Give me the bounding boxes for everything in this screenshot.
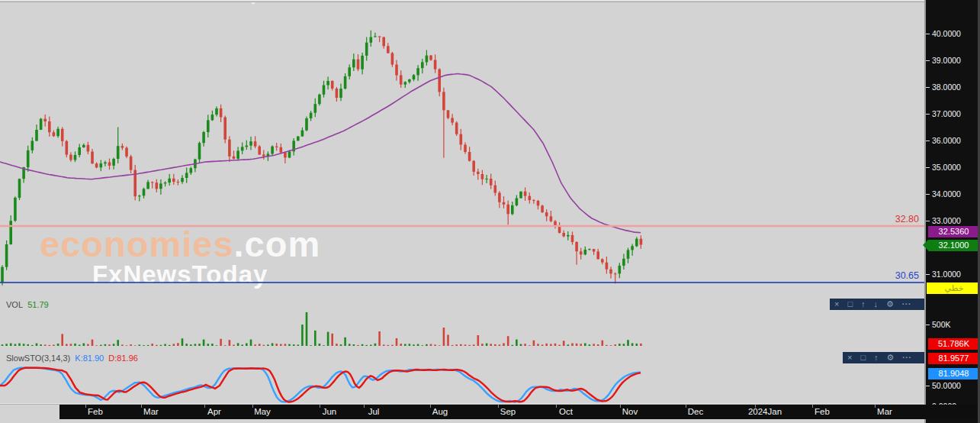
axis-tick [556,405,557,408]
axis-tick [926,274,930,275]
axis-tick [926,386,930,386]
price-pane[interactable]: economies.com FxNewsToday 32.8030.65 [0,0,924,296]
axis-tick [498,405,499,408]
axis-tick [812,405,813,408]
axis-price-label: 33.0000 [932,216,961,225]
close-icon[interactable]: × [847,352,852,363]
axis-month-label: Mar [877,407,892,416]
axis-month-label: Jun [323,407,337,416]
axis-tick [141,405,142,408]
move-up-icon[interactable]: ↑ [874,352,879,363]
axis-tick [252,405,253,408]
svg-text:30.65: 30.65 [895,270,919,281]
more-icon[interactable]: ▪▪▪ [902,299,911,310]
volume-bars-chart [0,299,924,350]
axis-tick [875,405,876,408]
svg-text:32.80: 32.80 [895,214,919,224]
axis-price-label: 31.0000 [932,270,961,279]
stochastic-pane[interactable]: SlowSTO(3,14,3) K:81.90 D:81.96 ×□↑⚙▪▪▪ [0,352,924,403]
axis-tick [926,60,930,61]
move-up-icon[interactable]: ↑ [861,299,866,310]
axis-tick [364,405,365,408]
axis-month-label: May [254,407,271,416]
pane-splitter[interactable] [0,0,924,2]
axis-month-label: Feb [815,407,830,416]
axis-tick [926,114,930,115]
volume-value-badge: 51.786K [928,338,979,350]
axis-tick [926,167,930,168]
axis-price-label: 34.0000 [932,189,961,199]
close-icon[interactable]: × [834,299,839,310]
axis-tick [620,405,621,408]
axis-month-label: Oct [559,407,573,416]
ma-value-badge: 32.5360 [928,226,979,237]
axis-tick [320,405,320,408]
badge-arrow-icon [923,240,928,250]
more-icon[interactable]: ▪▪▪ [902,352,911,363]
axis-month-label: Mar [143,407,159,416]
stochastic-pane-toolbar: ×□↑⚙▪▪▪ [843,352,924,363]
axis-month-label: Feb [88,407,103,416]
axis-price-label: 40.0000 [932,29,961,38]
axis-price-label: 500K [932,320,951,329]
axis-tick [926,140,930,141]
time-axis[interactable]: FebMarAprMayJunJulAugSepOctNovDec2024Jan… [59,405,980,419]
axis-month-label: Jul [368,407,380,416]
trading-chart-window: economies.com FxNewsToday 32.8030.65 VOL… [0,0,980,423]
axis-tick [85,405,86,408]
axis-tick [926,325,930,325]
axis-tick [926,87,930,88]
volume-pane[interactable]: VOL 51.79 ×□↑↓⚙▪▪▪ [0,299,924,350]
axis-price-label: 36.0000 [932,136,961,145]
scale-type-badge: خطي [927,283,980,294]
candlestick-chart[interactable]: 32.8030.65 [0,0,924,296]
last-price-badge: 32.1000 [928,240,979,251]
price-axis[interactable]: 40.000039.000038.000037.000036.000035.00… [924,0,980,423]
sto-d-badge: 81.9577 [928,353,979,364]
stochastic-lines-chart [0,352,924,403]
axis-price-label: 37.0000 [932,109,961,118]
axis-tick [686,405,686,408]
axis-month-label: Nov [622,407,638,416]
axis-price-label: 35.0000 [932,163,961,172]
sto-k-badge: 81.9048 [928,368,979,379]
axis-tick [430,405,431,408]
axis-tick [926,221,930,221]
axis-price-label: 50.0000 [932,381,961,390]
axis-month-label: Sep [500,407,516,416]
axis-month-label: Dec [688,407,703,416]
volume-pane-toolbar: ×□↑↓⚙▪▪▪ [830,299,924,310]
axis-month-label: 2024Jan [748,407,782,416]
maximize-icon[interactable]: □ [847,299,853,310]
settings-icon[interactable]: ⚙ [886,299,894,310]
maximize-icon[interactable]: □ [860,352,866,363]
axis-tick [204,405,205,408]
move-down-icon[interactable]: ↓ [874,299,879,310]
axis-price-label: 38.0000 [932,82,961,92]
axis-month-label: Apr [207,407,221,416]
settings-icon[interactable]: ⚙ [887,352,895,363]
axis-tick [926,194,930,195]
axis-tick [926,34,930,34]
axis-month-label: Aug [432,407,448,416]
axis-price-label: 39.0000 [932,56,961,65]
